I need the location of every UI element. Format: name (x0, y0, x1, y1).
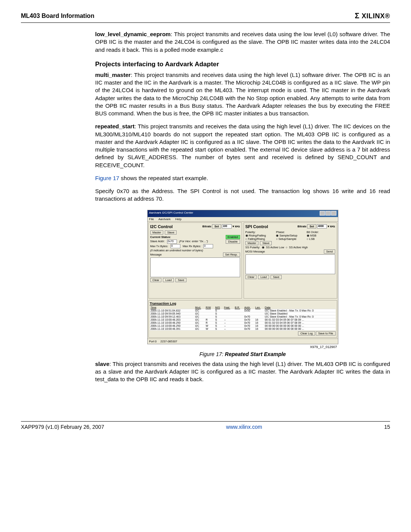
figure-17: Aardvark I2C/SPI Control Center File Aar… (95, 210, 390, 357)
para-slave: slave: This project transmits and receiv… (95, 360, 390, 383)
para-low-level: low_level_dynamic_eeprom: This project t… (95, 30, 390, 54)
spi-set-button[interactable]: Set (307, 224, 316, 228)
i2c-bitrate-input[interactable]: 100 (222, 224, 232, 228)
spi-send-button[interactable]: Send (324, 249, 335, 254)
table-row: 2006-11-10 10:00:48.250I2CRS--0x701600 0… (150, 321, 336, 324)
spi-title: SPI Control (245, 224, 268, 229)
save-to-file-button[interactable]: Save to File (316, 331, 336, 335)
page-header: ML403 Board Information Σ XILINX® (21, 11, 390, 23)
txlog-header: Time (150, 306, 194, 309)
window-control-icons[interactable] (319, 211, 336, 216)
spi-bitrate-input[interactable]: 4000 (317, 224, 327, 228)
i2c-tabs[interactable]: Master Slave (150, 230, 240, 235)
figure-caption: Figure 17: Repeated Start Example (95, 351, 390, 357)
i2c-save-button[interactable]: Save (175, 278, 186, 282)
slave-addr-input[interactable]: 0x70 (167, 240, 177, 244)
spi-panel: SPI Control Bitrate Set 4000▾ kHz Polari… (244, 222, 337, 299)
disable-button[interactable]: Disable (226, 240, 240, 244)
transaction-log: Transaction Log TimeMod.R/WM/SFeat.B.R.A… (148, 300, 337, 338)
page-footer: XAPP979 (v1.0) February 26, 2007 www.xil… (21, 421, 390, 430)
menu-file[interactable]: File (149, 217, 154, 221)
para-repeated-start: repeated_start: This project transmits a… (95, 123, 390, 169)
table-row: 2006-11-10 10:00:48.203I2CRS--0x701600 0… (150, 318, 336, 321)
table-row: 2006-11-10 10:00:48.391I2CWS--0x701600 0… (150, 327, 336, 330)
txlog-table: TimeMod.R/WM/SFeat.B.R.Addr.Len.Data 200… (150, 306, 336, 331)
header-title: ML403 Board Information (21, 13, 94, 19)
table-row: 2006-11-10 09:51:04.832I2CS0x50I2C Slave… (150, 309, 336, 312)
status-bar: Port 0 2237-085307 (148, 339, 338, 344)
spi-load-button[interactable]: Load (258, 275, 269, 279)
spi-tabs[interactable]: Master Slave (245, 241, 335, 245)
txlog-header: Addr. (244, 306, 255, 309)
spi-clear-button[interactable]: Clear (245, 275, 257, 279)
window-titlebar: Aardvark I2C/SPI Control Center (148, 210, 338, 217)
i2c-clear-button[interactable]: Clear (150, 278, 162, 282)
clear-log-button[interactable]: Clear Log (298, 331, 315, 335)
table-row: 2006-11-10 09:59:12.463I2CS0x70I2C Slave… (150, 315, 336, 318)
i2c-message-textbox[interactable] (150, 257, 240, 277)
body-column: low_level_dynamic_eeprom: This project t… (95, 30, 390, 383)
spi-save-button[interactable]: Save (271, 275, 282, 279)
para-multi-master: multi_master: This project transmits and… (95, 71, 390, 118)
current-status-label: Current Status: (150, 235, 171, 239)
i2c-load-button[interactable]: Load (163, 278, 174, 282)
txlog-header: B.R. (234, 306, 244, 309)
figure-17-link[interactable]: Figure 17 (95, 175, 119, 181)
i2c-set-button[interactable]: Set (212, 224, 221, 228)
figure-id: X979_17_012907 (147, 344, 339, 349)
logo-glyph: Σ (355, 11, 360, 20)
table-row: 2006-11-10 10:00:48.250I2CWS--0x701600 0… (150, 324, 336, 327)
section-heading-aardvark: Projects interfacing to Aardvark Adapter (95, 61, 390, 68)
txlog-header: R/W (205, 306, 214, 309)
table-row: 2006-11-10 09:59:05.940I2CSI2C Slave Dis… (150, 312, 336, 315)
footer-url[interactable]: www.xilinx.com (226, 424, 262, 430)
aardvark-window: Aardvark I2C/SPI Control Center File Aar… (147, 210, 338, 344)
i2c-title: I2C Control (150, 224, 173, 229)
txlog-header: Feat. (223, 306, 234, 309)
enabled-badge: Enabled (226, 235, 240, 239)
menu-aardvark[interactable]: Aardvark (158, 217, 170, 221)
txlog-header: Data (264, 306, 336, 309)
set-resp-button[interactable]: Set Resp. (223, 252, 240, 257)
txlog-header: M/S (214, 306, 223, 309)
footer-page-number: 15 (384, 424, 390, 430)
footer-doc-id: XAPP979 (v1.0) February 26, 2007 (21, 424, 104, 430)
txlog-header: Mod. (194, 306, 205, 309)
xilinx-logo: Σ XILINX® (355, 11, 390, 20)
i2c-panel: I2C Control Bitrate Set 100▾ kHz Master … (148, 222, 242, 299)
window-title: Aardvark I2C/SPI Control Center (149, 211, 193, 216)
spi-message-textbox[interactable] (245, 254, 335, 274)
txlog-header: Len. (255, 306, 264, 309)
menubar[interactable]: File Aardvark Help (148, 217, 338, 222)
para-specify: Specify 0x70 as the Address. The SPI Con… (95, 187, 390, 203)
para-fig-ref: Figure 17 shows the repeated start examp… (95, 174, 390, 182)
menu-help[interactable]: Help (175, 217, 181, 221)
